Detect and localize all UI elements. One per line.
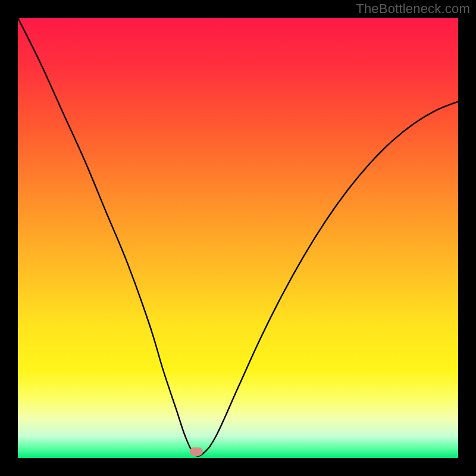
- plot-area: [18, 18, 458, 458]
- optimum-marker: [190, 447, 203, 456]
- watermark-text: TheBottleneck.com: [356, 1, 470, 17]
- chart-frame: TheBottleneck.com: [0, 0, 476, 476]
- bottleneck-curve: [18, 18, 458, 458]
